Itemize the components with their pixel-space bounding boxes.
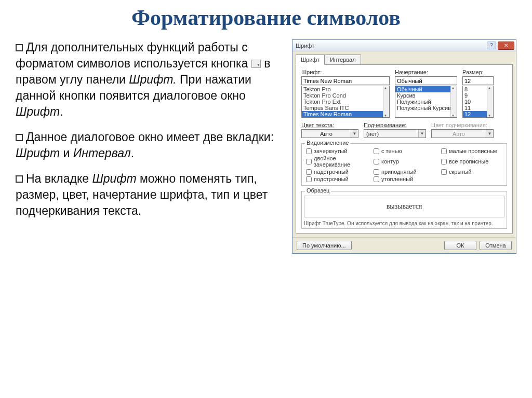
- combo-value: (нет): [364, 131, 418, 137]
- list-item[interactable]: Полужирный Курсив: [395, 105, 457, 111]
- font-dialog: Шрифт ? ✕ Шрифт Интервал Шрифт:: [292, 39, 516, 254]
- chk-smallcaps[interactable]: малые прописные: [441, 148, 502, 154]
- bullet-icon: [16, 44, 23, 51]
- size-listbox[interactable]: 8 9 10 11 12: [462, 86, 494, 118]
- tab-interval[interactable]: Интервал: [325, 54, 361, 65]
- scrollbar[interactable]: [450, 86, 457, 117]
- list-item[interactable]: Times New Roman: [302, 111, 389, 117]
- chk-hidden[interactable]: скрытый: [441, 169, 502, 175]
- text: На вкладке: [26, 172, 92, 185]
- chk-engrave[interactable]: утопленный: [374, 176, 435, 182]
- list-item[interactable]: Tekton Pro Cond: [302, 92, 389, 99]
- style-label: Начертание:: [395, 69, 457, 75]
- list-item[interactable]: Обычный: [395, 86, 457, 92]
- chk-outline[interactable]: контур: [374, 155, 435, 168]
- chk-superscript[interactable]: надстрочный: [306, 169, 367, 175]
- chk-subscript[interactable]: подстрочный: [306, 176, 367, 182]
- bullet-1: Для дополнительных функций работы с форм…: [16, 39, 285, 120]
- text-column: Для дополнительных функций работы с форм…: [16, 39, 285, 254]
- style-listbox[interactable]: Обычный Курсив Полужирный Полужирный Кур…: [395, 86, 457, 118]
- dialog-launcher-icon: [251, 60, 261, 68]
- underline-label: Подчеркивание:: [364, 122, 426, 128]
- default-button[interactable]: По умолчанию...: [297, 241, 352, 250]
- chk-emboss[interactable]: приподнятый: [374, 169, 435, 175]
- text-italic: Шрифт: [92, 172, 136, 185]
- text-italic: Шрифт: [16, 105, 60, 118]
- sample-label: Образец: [305, 187, 331, 194]
- bullet-2: Данное диалоговое окно имеет две вкладки…: [16, 129, 285, 161]
- font-hint: Шрифт TrueType. Он используется для выво…: [304, 221, 504, 226]
- size-input[interactable]: [462, 76, 494, 85]
- scrollbar[interactable]: [487, 86, 493, 117]
- textcolor-combo[interactable]: Авто▼: [301, 129, 358, 138]
- text-italic: Интервал: [73, 146, 131, 160]
- dialog-title: Шрифт: [296, 43, 314, 49]
- text: Для дополнительных функций работы с форм…: [16, 40, 251, 70]
- effects-group: Видоизменение зачеркнутый с тенью малые …: [301, 143, 507, 186]
- scrollbar[interactable]: [383, 86, 389, 117]
- combo-value: Авто: [302, 131, 351, 137]
- text: Данное диалоговое окно имеет две вкладки…: [26, 130, 274, 144]
- font-listbox[interactable]: Tekton Pro Tekton Pro Cond Tekton Pro Ex…: [301, 86, 390, 118]
- underline-combo[interactable]: (нет)▼: [364, 129, 426, 138]
- font-label: Шрифт:: [301, 69, 390, 75]
- effects-label: Видоизменение: [305, 140, 350, 146]
- chk-shadow[interactable]: с тенью: [374, 148, 435, 154]
- chk-dstrike[interactable]: двойное зачеркивание: [306, 155, 367, 168]
- cancel-button[interactable]: Отмена: [480, 241, 512, 250]
- text-italic: Шрифт.: [129, 73, 176, 86]
- chk-allcaps[interactable]: все прописные: [441, 155, 502, 168]
- chk-strike[interactable]: зачеркнутый: [306, 148, 367, 154]
- textcolor-label: Цвет текста:: [301, 122, 358, 128]
- chevron-down-icon: ▼: [351, 130, 358, 138]
- ulcolor-label: Цвет подчеркивания:: [431, 122, 494, 128]
- titlebar: Шрифт ? ✕: [292, 40, 516, 51]
- font-input[interactable]: [301, 76, 390, 85]
- text-italic: Шрифт: [16, 146, 60, 160]
- bullet-icon: [16, 134, 23, 141]
- chevron-down-icon: ▼: [486, 130, 493, 138]
- size-label: Размер:: [462, 69, 494, 75]
- chevron-down-icon: ▼: [418, 130, 425, 138]
- list-item[interactable]: Курсив: [395, 92, 457, 99]
- tab-font[interactable]: Шрифт: [296, 54, 325, 65]
- slide-title: Форматирование символов: [16, 5, 516, 30]
- style-input[interactable]: [395, 76, 457, 85]
- text: и: [60, 146, 73, 160]
- ok-button[interactable]: ОК: [444, 241, 476, 250]
- list-item[interactable]: Полужирный: [395, 99, 457, 105]
- close-button[interactable]: ✕: [498, 42, 514, 50]
- sample-group: Образец вызывается Шрифт TrueType. Он ис…: [301, 191, 507, 229]
- bullet-icon: [16, 175, 23, 183]
- ulcolor-combo: Авто▼: [431, 129, 494, 138]
- help-button[interactable]: ?: [487, 42, 496, 49]
- bullet-3: На вкладке Шрифт можно поменять тип, раз…: [16, 171, 285, 219]
- combo-value: Авто: [432, 131, 486, 137]
- list-item[interactable]: Tekton Pro Ext: [302, 99, 389, 105]
- sample-preview: вызывается: [304, 196, 504, 217]
- list-item[interactable]: Tempus Sans ITC: [302, 105, 389, 111]
- list-item[interactable]: Tekton Pro: [302, 86, 389, 92]
